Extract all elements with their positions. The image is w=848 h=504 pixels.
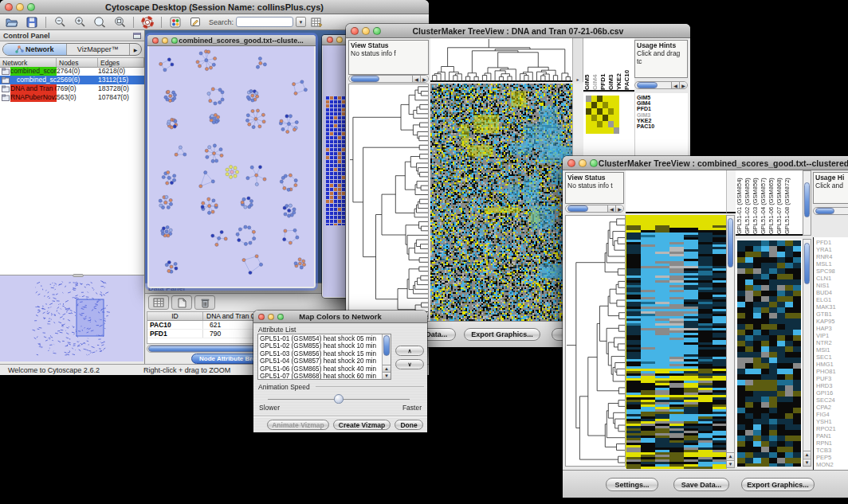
scroll-down-icon[interactable]: ▼ [727, 460, 734, 467]
gene-label[interactable]: GTB1 [816, 311, 848, 318]
gene-label[interactable]: SPC98 [816, 268, 848, 275]
slider-thumb[interactable] [334, 394, 344, 404]
scrollbar-thumb[interactable] [383, 335, 390, 356]
scroll-left-icon[interactable]: ◀ [412, 76, 420, 82]
create-vizmap-button[interactable]: Create Vizmap [333, 420, 391, 430]
tab-vizmapper[interactable]: VizMapper™ [67, 44, 131, 55]
export-graphics-button[interactable]: Export Graphics... [741, 478, 815, 491]
column-label[interactable]: GPL51-08 (GSM872) [783, 170, 791, 234]
labels-vscrollbar[interactable] [803, 170, 811, 236]
zoom-window-icon[interactable] [373, 27, 381, 35]
scrollbar-thumb[interactable] [804, 243, 810, 284]
gene-label[interactable]: PFD1 [816, 239, 848, 246]
gene-label[interactable]: RPO21 [816, 425, 848, 432]
scroll-left-icon[interactable]: ◀ [671, 82, 679, 88]
window-controls[interactable] [258, 314, 284, 320]
close-icon[interactable] [5, 3, 13, 11]
gene-label[interactable]: TCB3 [816, 447, 848, 454]
gene-label[interactable]: SEC24 [816, 397, 848, 404]
treeview2-titlebar[interactable]: ClusterMaker TreeView : combined_scores_… [563, 156, 848, 170]
heatmap-main[interactable] [626, 215, 726, 468]
column-dendrogram-area[interactable] [626, 170, 726, 213]
view-status-hscrollbar[interactable]: ◀ ▶ [565, 205, 624, 213]
minimize-icon[interactable] [268, 314, 274, 320]
save-session-button[interactable] [23, 15, 41, 29]
minimize-icon[interactable] [579, 159, 587, 167]
network-list-item[interactable]: combined_scores_ 2764(0) 16218(0) [0, 67, 144, 76]
network-window-titlebar[interactable]: combined_scores_good.txt--cluste... [147, 35, 316, 46]
row-dendrogram[interactable] [348, 84, 429, 319]
window-controls[interactable] [351, 27, 381, 35]
zoom-heatmap[interactable] [737, 240, 801, 467]
scrollbar-thumb[interactable] [637, 82, 658, 88]
gene-label[interactable]: ELG1 [816, 296, 848, 303]
heatmap-main[interactable] [430, 84, 572, 321]
open-session-button[interactable] [3, 15, 21, 29]
import-table-button[interactable] [308, 15, 326, 29]
column-label[interactable]: GPL51-03 (GSM856) [752, 170, 760, 234]
gene-label[interactable]: SEC1 [816, 354, 848, 361]
gene-label[interactable]: PAC10 [637, 123, 688, 129]
move-up-button[interactable]: ∧ [395, 346, 424, 356]
gene-label[interactable]: GPI16 [816, 389, 848, 397]
panel-resize-handle[interactable] [73, 274, 84, 277]
gene-label[interactable]: PEP5 [816, 454, 848, 461]
gene-label[interactable]: MAK31 [816, 303, 848, 311]
close-icon[interactable] [567, 159, 575, 167]
float-panel-icon[interactable] [133, 33, 141, 39]
gene-label[interactable]: BUD4 [816, 289, 848, 296]
search-input[interactable] [236, 17, 293, 27]
gene-label[interactable]: VIP1 [816, 332, 848, 339]
column-label[interactable]: YKE2 [615, 38, 623, 90]
gene-label[interactable]: GIM4 [637, 100, 688, 106]
search-dropdown-button[interactable]: ▼ [296, 17, 306, 27]
gene-label[interactable]: YKE2 [637, 118, 688, 123]
column-label[interactable]: GIM5 [583, 38, 591, 90]
close-icon[interactable] [351, 27, 359, 35]
zoom-heatmap-vscrollbar[interactable]: ▲ ▼ [803, 239, 811, 467]
zoom-window-icon[interactable] [27, 3, 35, 11]
splitter-strip[interactable] [726, 170, 736, 213]
gene-label[interactable]: FIG4 [816, 411, 848, 418]
tab-network[interactable]: Network [3, 44, 67, 55]
minimize-icon[interactable] [16, 3, 24, 11]
window-controls[interactable] [5, 3, 35, 11]
gene-label[interactable]: GIM5 [637, 95, 688, 100]
gene-label[interactable]: PUF3 [816, 375, 848, 382]
dialog-titlebar[interactable]: Map Colors to Network [253, 311, 427, 323]
gene-label[interactable]: CLN1 [816, 275, 848, 282]
animate-vizmap-button[interactable]: Animate Vizmap [267, 420, 329, 430]
close-icon[interactable] [258, 314, 265, 320]
help-lifering-icon[interactable] [139, 15, 156, 29]
zoom-selected-region-button[interactable] [91, 15, 108, 29]
scrollbar-thumb[interactable] [567, 205, 588, 212]
scroll-up-icon[interactable]: ▲ [727, 452, 734, 459]
minimize-icon[interactable] [362, 27, 370, 35]
birdseye-view[interactable] [0, 275, 144, 364]
save-data-button[interactable]: Save Data... [673, 478, 729, 491]
gene-label[interactable]: HMG1 [816, 361, 848, 368]
gene-label[interactable]: KAP95 [816, 318, 848, 325]
attribute-list-item[interactable]: GPL51-04 (GSM857) heat shock 20 min [258, 357, 391, 365]
window-controls[interactable] [567, 159, 598, 167]
gene-label[interactable]: MSI1 [816, 346, 848, 354]
gene-label[interactable]: MSL1 [816, 260, 848, 268]
scrollbar-thumb[interactable] [728, 218, 733, 268]
row-dendrogram[interactable] [565, 215, 626, 467]
gene-label[interactable]: NIS1 [816, 282, 848, 289]
gene-label[interactable]: CPA2 [816, 404, 848, 411]
birdseye-canvas[interactable] [0, 275, 143, 361]
gene-label[interactable]: YRA1 [816, 246, 848, 253]
view-status-hscrollbar[interactable]: ◀ ▶ [348, 75, 429, 83]
zoom-window-icon[interactable] [277, 314, 284, 320]
column-label[interactable]: GPL51-06 (GSM865) [768, 170, 775, 234]
gene-label[interactable]: PHO81 [816, 368, 848, 375]
gene-label[interactable]: RPN1 [816, 440, 848, 447]
column-label[interactable]: PAC10 [623, 38, 631, 90]
scrollbar-thumb[interactable] [815, 208, 834, 214]
scrollbar-thumb[interactable] [351, 76, 379, 82]
move-down-button[interactable]: ∨ [395, 359, 424, 369]
window-controls[interactable] [152, 37, 178, 44]
close-icon[interactable] [152, 37, 159, 44]
treeview1-titlebar[interactable]: ClusterMaker TreeView : DNA and Tran 07-… [346, 24, 690, 38]
